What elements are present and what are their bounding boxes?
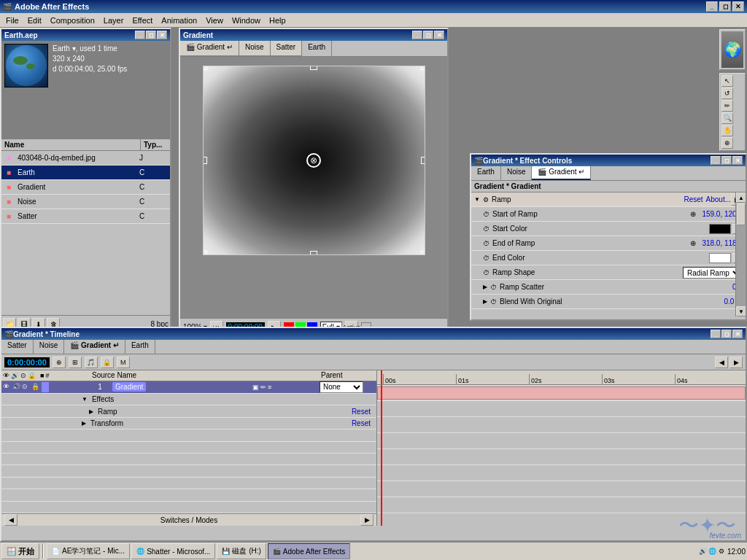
effect-scrollbar[interactable]: ▲ ▼ bbox=[735, 192, 746, 316]
menu-edit[interactable]: Edit bbox=[23, 15, 46, 26]
menu-effect[interactable]: Effect bbox=[128, 15, 157, 26]
gtab-satter[interactable]: Satter bbox=[271, 41, 303, 56]
project-minimize-button[interactable]: _ bbox=[135, 31, 145, 39]
timeline-restore-button[interactable]: ◻ bbox=[721, 330, 732, 338]
rotate-tool-button[interactable]: ↺ bbox=[721, 88, 733, 99]
file-item-jpg[interactable]: ■ 403048-0-dq-embed.jpg J bbox=[1, 151, 170, 166]
effects-expand-icon[interactable]: ▼ bbox=[82, 396, 88, 402]
effect-end-ramp[interactable]: ⏱ End of Ramp ⊕ 318.0, 118.0 bbox=[471, 236, 746, 251]
scroll-left-button[interactable]: ◀ bbox=[4, 514, 18, 526]
tl-btn-4[interactable]: 🔒 bbox=[101, 357, 114, 368]
gtab-gradient[interactable]: 🎬 Gradient ↵ bbox=[180, 41, 239, 56]
menu-window[interactable]: Window bbox=[228, 15, 265, 26]
timeline-timecode[interactable]: 0:00:00:00 bbox=[4, 357, 50, 368]
blend-expand-icon[interactable]: ▶ bbox=[483, 298, 487, 305]
handle-bot-right[interactable] bbox=[421, 251, 425, 255]
menu-animation[interactable]: Animation bbox=[157, 15, 201, 26]
zoom-fit-button[interactable]: ⊕ bbox=[721, 137, 733, 149]
end-color-swatch[interactable] bbox=[709, 253, 731, 263]
transform-reset-button[interactable]: Reset bbox=[352, 419, 371, 427]
tl-scroll-left-button[interactable]: ◀ bbox=[715, 357, 728, 368]
ramp-collapse-icon[interactable]: ▼ bbox=[474, 196, 480, 203]
file-item-earth[interactable]: ■ Earth C bbox=[1, 166, 170, 180]
effect-restore-button[interactable]: ◻ bbox=[721, 156, 732, 165]
gradient-minimize-button[interactable]: _ bbox=[412, 31, 422, 39]
menu-help[interactable]: Help bbox=[265, 15, 290, 26]
start-color-swatch[interactable] bbox=[709, 224, 731, 234]
effect-ramp-shape[interactable]: ⏱ Ramp Shape Radial Ramp Linear Ramp bbox=[471, 265, 746, 280]
ramp-layer-reset-button[interactable]: Reset bbox=[352, 408, 371, 416]
effect-ramp-scatter[interactable]: ▶ ⏱ Ramp Scatter 0.0 bbox=[471, 280, 746, 295]
ttab-gradient[interactable]: 🎬 Gradient ↵ bbox=[64, 340, 125, 354]
ttab-earth[interactable]: Earth bbox=[125, 340, 155, 354]
etab-noise[interactable]: Noise bbox=[501, 166, 533, 180]
effect-blend[interactable]: ▶ ⏱ Blend With Original 0.0 % bbox=[471, 295, 746, 309]
ramp-reset-button[interactable]: Reset bbox=[681, 195, 705, 203]
zoom-in-tool-button[interactable]: 🔍 bbox=[721, 112, 733, 124]
col-name-header[interactable]: Name bbox=[1, 139, 141, 150]
end-ramp-crosshair-icon[interactable]: ⊕ bbox=[690, 239, 696, 247]
layer-1-parent-select[interactable]: None bbox=[320, 381, 363, 393]
ramp-about-button[interactable]: About... bbox=[706, 195, 731, 203]
taskbar-item-disk[interactable]: 💾 磁盘 (H:) bbox=[217, 543, 266, 559]
playhead-ruler[interactable] bbox=[381, 370, 382, 384]
handle-center[interactable]: ⊗ bbox=[306, 153, 321, 168]
scrollbar-up-button[interactable]: ▲ bbox=[736, 192, 746, 203]
handle-left-mid[interactable] bbox=[203, 157, 207, 164]
effect-end-color[interactable]: ⏱ End Color ▶ bbox=[471, 251, 746, 265]
scrollbar-down-button[interactable]: ▼ bbox=[736, 306, 746, 316]
file-item-satter[interactable]: ■ Satter C bbox=[1, 209, 170, 224]
scrollbar-thumb[interactable] bbox=[737, 203, 746, 225]
ramp-scatter-expand-icon[interactable]: ▶ bbox=[483, 284, 487, 290]
ramp-layer-row[interactable]: ▶ Ramp Reset bbox=[1, 405, 376, 417]
layer-effects-row[interactable]: ▼ Effects bbox=[1, 394, 376, 405]
taskbar-item-ae[interactable]: 🎬 Adobe After Effects bbox=[268, 543, 350, 559]
timeline-close-button[interactable]: ✕ bbox=[732, 330, 743, 338]
layer-1-bar[interactable] bbox=[377, 386, 746, 400]
start-ramp-crosshair-icon[interactable]: ⊕ bbox=[690, 210, 696, 218]
project-restore-button[interactable]: ◻ bbox=[146, 31, 156, 39]
handle-bot-left[interactable] bbox=[203, 251, 207, 255]
file-item-noise[interactable]: ■ Noise C bbox=[1, 195, 170, 209]
gtab-earth[interactable]: Earth bbox=[302, 41, 332, 56]
gtab-noise[interactable]: Noise bbox=[239, 41, 271, 56]
tl-btn-5[interactable]: M bbox=[117, 357, 130, 368]
gradient-restore-button[interactable]: ◻ bbox=[423, 31, 433, 39]
playhead-line[interactable] bbox=[381, 385, 382, 526]
layer-1-lock-icon[interactable]: 🔒 bbox=[31, 383, 40, 392]
tl-btn-3[interactable]: 🎵 bbox=[85, 357, 98, 368]
ttab-noise[interactable]: Noise bbox=[34, 340, 65, 354]
menu-file[interactable]: File bbox=[1, 15, 23, 26]
timeline-minimize-button[interactable]: _ bbox=[711, 330, 721, 338]
effect-start-ramp[interactable]: ⏱ Start of Ramp ⊕ 159.0, 120.0 bbox=[471, 207, 746, 222]
transform-layer-row[interactable]: ▶ Transform Reset bbox=[1, 418, 376, 429]
select-tool-button[interactable]: ↖ bbox=[721, 75, 733, 87]
ttab-satter[interactable]: Satter bbox=[1, 340, 34, 354]
restore-button[interactable]: ◻ bbox=[719, 1, 731, 12]
scroll-right-button[interactable]: ▶ bbox=[360, 514, 374, 526]
layer-row-1[interactable]: 👁 🔊 ⊙ 🔒 1 Gradient ▣ ✏ ≡ None bbox=[1, 381, 376, 394]
effect-minimize-button[interactable]: _ bbox=[711, 156, 721, 165]
transform-expand-icon[interactable]: ▶ bbox=[82, 420, 86, 427]
menu-composition[interactable]: Composition bbox=[46, 15, 99, 26]
col-type-header[interactable]: Typ... bbox=[141, 139, 170, 150]
close-button[interactable]: ✕ bbox=[732, 1, 744, 12]
handle-right-mid[interactable] bbox=[421, 157, 425, 164]
etab-earth[interactable]: Earth bbox=[471, 166, 501, 180]
l1-switch-3[interactable]: ≡ bbox=[268, 384, 271, 391]
minimize-button[interactable]: _ bbox=[706, 1, 718, 12]
file-item-gradient[interactable]: ■ Gradient C bbox=[1, 180, 170, 195]
ramp-shape-dropdown[interactable]: Radial Ramp Linear Ramp bbox=[683, 267, 743, 279]
l1-switch-2[interactable]: ✏ bbox=[260, 384, 266, 391]
tl-btn-2[interactable]: ⊞ bbox=[69, 357, 82, 368]
etab-gradient[interactable]: 🎬 Gradient ↵ bbox=[532, 166, 591, 180]
layer-1-eye-icon[interactable]: 👁 bbox=[3, 383, 12, 392]
project-close-button[interactable]: ✕ bbox=[157, 31, 167, 39]
hand-tool-button[interactable]: ✋ bbox=[721, 125, 733, 136]
taskbar-item-ae-notes[interactable]: 📄 AE学习笔记 - Mic... bbox=[47, 543, 130, 559]
handle-bot-mid[interactable] bbox=[310, 251, 317, 255]
tl-btn-1[interactable]: ⊕ bbox=[53, 357, 66, 368]
pen-tool-button[interactable]: ✏ bbox=[721, 100, 733, 112]
layer-1-audio-icon[interactable]: 🔊 bbox=[12, 383, 21, 392]
taskbar-item-shatter[interactable]: 🌐 Shatter - Microsof... bbox=[131, 543, 215, 559]
